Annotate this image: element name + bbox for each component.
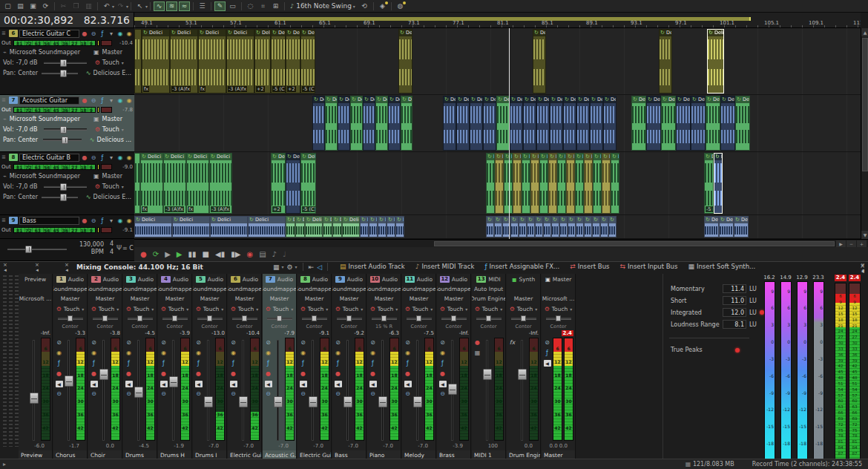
fader-handle[interactable] [518,369,527,380]
strip-bus-row[interactable]: Master [228,294,261,304]
insert-bus-button[interactable]: ⇄Insert Bus [570,263,609,270]
pan-value[interactable]: Center [228,323,261,329]
phase-icon[interactable]: ⊘ [299,339,308,347]
pan-slider[interactable] [162,318,188,320]
trim-icon[interactable]: ◉ [334,350,343,357]
midi-step-record-button[interactable]: ▤ [259,249,266,260]
pan-slider[interactable] [511,318,536,320]
mixer-channel-strip[interactable]: 13MIDIAuto InputDrum Engine⚙Touch▾Center… [472,274,506,459]
fader-handle[interactable] [30,393,39,404]
event-tool-button[interactable]: ♪ [272,249,277,260]
strip-automation-row[interactable]: ⚙Touch▾ [53,304,87,315]
bpm-value[interactable]: 130,000 [71,241,104,248]
arm-record-icon[interactable]: ● [194,370,203,378]
mute-icon[interactable]: ⊖ [90,390,99,398]
strip-volume-value[interactable]: -6.0 [19,443,52,450]
audio-clip[interactable]: De [575,153,584,214]
arm-record-icon[interactable]: ● [334,370,343,378]
pan-slider-handle[interactable] [62,137,68,144]
phase-knob-icon[interactable]: ◉ [116,154,124,161]
strip-automation-row[interactable]: ⚙Touch▾ [158,304,191,315]
pan-value[interactable]: Center [507,323,540,329]
audio-clip[interactable]: De [608,216,617,237]
audio-clip[interactable]: Delici [210,216,248,237]
insert-midi-track-button[interactable]: ♪Insert MIDI Track [415,263,475,270]
mute-icon[interactable]: ⊖ [160,390,168,398]
audio-clip[interactable]: Del [325,96,338,151]
mute-icon[interactable]: ⊖ [438,390,447,398]
pan-slider-handle[interactable] [68,315,73,321]
strip-volume-value[interactable]: -7.0 [367,443,401,450]
audio-clip[interactable]: Del [550,96,563,151]
audio-clip[interactable]: De [714,153,723,214]
trim-icon[interactable]: ◉ [438,350,447,357]
fader-handle[interactable] [274,396,283,407]
fader-handle[interactable] [99,369,108,380]
dropdown-icon[interactable]: ▾ [108,217,115,224]
trim-icon[interactable]: ◉ [194,350,203,357]
fx-chain-name[interactable]: Delicious E... [93,194,131,200]
fx-icon[interactable]: ƒ [299,360,308,367]
audio-clip[interactable]: Del [661,96,676,151]
audio-clip[interactable]: De [378,216,387,237]
volume-slider[interactable] [44,186,87,188]
mixer-channel-strip[interactable]: 1AudioSoundmapperMaster⚙Touch▾Center-3.3… [53,274,88,459]
mixer-channel-strip[interactable]: 4AudioSoundmapperMaster⚙Touch▾Center-3.9… [158,274,192,459]
arm-record-icon[interactable]: ● [229,370,238,378]
arm-record-icon[interactable]: ● [81,97,88,104]
mute-icon[interactable]: ⊖ [229,390,238,398]
pan-slider[interactable] [407,318,432,320]
audio-clip[interactable]: Deli-5 (C)fx [300,29,315,94]
horizontal-scroll-handle[interactable] [434,241,835,246]
audio-clip[interactable]: Deli+2 [286,29,300,94]
audio-clip[interactable]: Del [533,29,546,94]
audio-clip[interactable]: Del [576,96,590,151]
center-view-icon[interactable]: ☰ [197,1,208,11]
scroll-right-button[interactable]: ▶ [836,240,846,247]
grid-icon[interactable]: ▦ [473,350,482,357]
mute-icon[interactable]: ⊖ [90,30,97,37]
mixer-channel-strip[interactable]: 11AudioSoundmapperMaster⚙Touch▾Center-7.… [402,274,436,459]
audio-clip[interactable]: De [360,216,369,237]
phase-icon[interactable]: ⊘ [125,339,134,347]
audio-clip[interactable]: Del [483,96,496,151]
track-name-box[interactable]: Electric Guitar C [19,30,79,38]
swing-preset-select[interactable]: ♪16th Note Swing▾ [287,1,358,11]
audio-clip[interactable]: Del [735,96,750,151]
audio-clip[interactable]: De [592,216,600,237]
channel-fader[interactable] [68,340,70,441]
fader-handle[interactable] [483,369,492,380]
audio-clip[interactable]: Del [603,96,617,151]
audio-clip[interactable]: Del [676,96,691,151]
audio-clip[interactable]: Deli [342,216,360,237]
audio-clip[interactable]: Del [704,216,719,237]
phase-icon[interactable]: ⊘ [229,339,238,347]
fader-handle[interactable] [343,396,352,407]
pan-slider[interactable] [476,318,502,320]
tempo-slider[interactable] [7,248,67,250]
arm-record-icon[interactable]: ● [438,370,447,378]
fx-icon[interactable]: ƒ [334,360,343,367]
audio-clip[interactable]: Del [563,96,576,151]
audio-clip[interactable]: Del [659,29,672,94]
audio-clip[interactable]: De [551,216,559,237]
fx-icon[interactable]: ƒ [160,360,168,367]
mute-icon[interactable]: ⊖ [369,390,378,398]
mixer-settings-gear-icon[interactable]: ⚙ [287,263,293,271]
audio-clip[interactable]: De [513,153,522,214]
audio-clip[interactable]: Del [470,96,483,151]
pan-value[interactable]: Center [123,323,157,329]
pan-value[interactable]: Center [53,323,87,329]
pan-slider[interactable] [43,139,82,141]
chevron-down-icon[interactable]: ▾ [112,4,114,9]
fx-icon[interactable]: ƒ [99,154,106,161]
trim-icon[interactable]: ◉ [404,350,412,357]
arm-record-icon[interactable]: ● [160,370,168,378]
trim-icon[interactable]: ◉ [264,350,273,357]
loop-region-bar[interactable] [134,17,751,21]
strip-device-row[interactable]: Soundmapper [53,284,87,294]
strip-volume-value[interactable]: -7.0 [228,443,261,450]
pan-value[interactable]: Center [437,323,470,329]
pan-slider[interactable] [197,318,223,320]
trim-icon[interactable]: ◉ [369,350,378,357]
